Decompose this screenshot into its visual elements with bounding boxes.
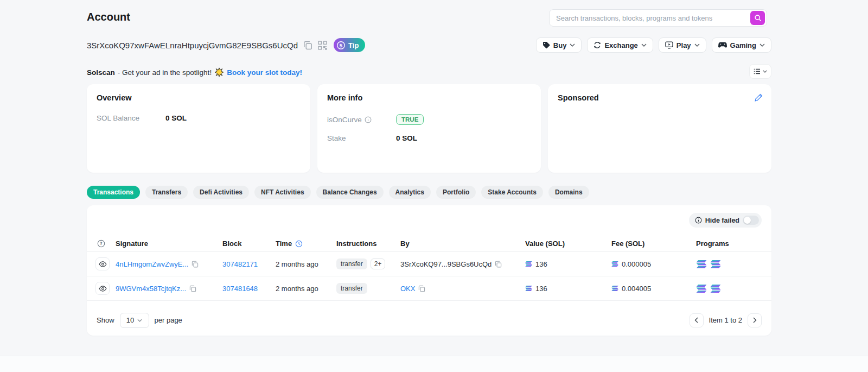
block-link[interactable]: 307481648 xyxy=(222,285,258,293)
buy-label: Buy xyxy=(553,41,567,49)
table-row: 9WGVm4x58TcjtqKz... 307481648 2 months a… xyxy=(87,276,771,301)
fee-amount: 0.000005 xyxy=(622,260,651,268)
stake-value: 0 SOL xyxy=(396,134,417,142)
preview-eye-button[interactable] xyxy=(95,282,110,295)
nav-buttons: Buy Exchange Play xyxy=(536,37,771,53)
page-title: Account xyxy=(87,11,130,23)
sponsored-title: Sponsored xyxy=(558,93,762,102)
qr-code-button[interactable] xyxy=(318,41,327,50)
copy-icon[interactable] xyxy=(192,261,199,268)
tab-nft-activities[interactable]: NFT Activities xyxy=(254,186,311,199)
ad-banner: Solscan - Get your ad in the spotlight! … xyxy=(87,67,302,77)
svg-text:?: ? xyxy=(100,241,102,246)
qr-code-icon xyxy=(318,41,327,50)
tab-transactions[interactable]: Transactions xyxy=(87,186,140,199)
solana-program-icon[interactable] xyxy=(710,260,721,268)
footer-strip xyxy=(0,356,868,372)
col-block: Block xyxy=(222,239,276,248)
solana-program-icon[interactable] xyxy=(710,285,721,293)
time-cell: 2 months ago xyxy=(276,260,336,268)
question-icon: ? xyxy=(97,239,105,248)
ad-brand: Solscan xyxy=(87,68,115,77)
col-programs: Programs xyxy=(696,239,771,248)
tab-balance-changes[interactable]: Balance Changes xyxy=(316,186,384,199)
by-address: 3SrXcoKQ97...9SBGs6UcQd xyxy=(400,260,492,268)
tab-defi-activities[interactable]: Defi Activities xyxy=(193,186,249,199)
play-label: Play xyxy=(676,41,691,49)
ad-options-button[interactable] xyxy=(749,64,771,79)
tab-domains[interactable]: Domains xyxy=(548,186,589,199)
exchange-button[interactable]: Exchange xyxy=(587,37,653,53)
col-instructions: Instructions xyxy=(336,239,400,248)
solana-program-icon[interactable] xyxy=(696,260,707,268)
hide-failed-control[interactable]: Hide failed xyxy=(689,213,762,228)
list-options-icon xyxy=(754,68,761,74)
play-monitor-icon xyxy=(665,41,673,49)
gaming-button[interactable]: Gaming xyxy=(712,37,771,53)
tab-stake-accounts[interactable]: Stake Accounts xyxy=(481,186,543,199)
solana-logo-icon xyxy=(525,286,532,291)
copy-icon[interactable] xyxy=(418,285,425,292)
copy-icon[interactable] xyxy=(189,285,196,292)
tip-button[interactable]: $ Tip xyxy=(334,38,365,52)
search-input[interactable] xyxy=(550,14,750,22)
info-icon xyxy=(695,217,702,224)
ad-cta-link[interactable]: Book your slot today! xyxy=(227,68,302,77)
by-address-link[interactable]: OKX xyxy=(400,285,415,293)
gaming-label: Gaming xyxy=(730,41,756,49)
buy-button[interactable]: Buy xyxy=(536,37,582,53)
more-info-card: More info isOnCurve TRUE Stake 0 SOL xyxy=(317,84,541,173)
tip-label: Tip xyxy=(348,41,359,49)
signature-link[interactable]: 4nLHmgomZwvZwyE... xyxy=(116,260,188,268)
chevron-down-icon xyxy=(137,319,142,322)
account-address: 3SrXcoKQ97xwFAwELnraHtpuycjGvmG82E9SBGs6… xyxy=(87,41,298,50)
dollar-circle-icon: $ xyxy=(336,41,346,50)
search-button[interactable] xyxy=(750,11,765,25)
hide-failed-toggle[interactable] xyxy=(743,216,759,225)
item-range-label: Item 1 to 2 xyxy=(709,316,742,324)
instruction-more-badge[interactable]: 2+ xyxy=(371,258,386,269)
isoncurve-badge: TRUE xyxy=(396,114,424,125)
chevron-down-icon xyxy=(694,43,700,47)
page-size-select[interactable]: 10 xyxy=(120,313,149,328)
edit-pencil-icon[interactable] xyxy=(755,93,763,103)
play-button[interactable]: Play xyxy=(659,37,706,53)
copy-address-button[interactable] xyxy=(303,41,312,50)
next-page-button[interactable] xyxy=(748,313,762,327)
copy-icon[interactable] xyxy=(495,261,502,268)
sol-balance-value: 0 SOL xyxy=(165,114,187,122)
table-row: 4nLHmgomZwvZwyE... 307482171 2 months ag… xyxy=(87,252,771,276)
solana-logo-icon xyxy=(611,261,618,267)
account-address-row: 3SrXcoKQ97xwFAwELnraHtpuycjGvmG82E9SBGs6… xyxy=(87,38,365,52)
overview-card: Overview SOL Balance 0 SOL xyxy=(87,84,310,173)
per-page-label: per page xyxy=(155,316,182,324)
chevron-down-icon xyxy=(763,70,767,73)
col-by: By xyxy=(400,239,525,248)
transactions-panel: Hide failed ? Signature Block Time Instr… xyxy=(87,205,771,336)
col-value-sol: Value (SOL) xyxy=(525,239,611,248)
page-content: Account 3SrXcoKQ97xwFAwELnraHtpuycjGvmG8… xyxy=(87,0,771,372)
tab-analytics[interactable]: Analytics xyxy=(389,186,431,199)
block-link[interactable]: 307482171 xyxy=(222,260,258,268)
preview-eye-button[interactable] xyxy=(95,257,110,270)
value-amount: 136 xyxy=(535,260,547,268)
signature-link[interactable]: 9WGVm4x58TcjtqKz... xyxy=(116,285,186,293)
col-signature: Signature xyxy=(116,239,222,248)
tab-transfers[interactable]: Transfers xyxy=(145,186,188,199)
fee-amount: 0.004005 xyxy=(622,285,651,293)
instruction-badge: transfer xyxy=(336,258,367,269)
eye-icon xyxy=(99,286,107,292)
price-tag-icon xyxy=(542,41,550,49)
col-time[interactable]: Time xyxy=(276,239,336,248)
search-icon xyxy=(754,14,762,22)
solana-logo-icon xyxy=(525,261,532,267)
exchange-arrows-icon xyxy=(593,41,601,49)
stake-label: Stake xyxy=(327,134,396,142)
solana-program-icon[interactable] xyxy=(696,285,707,293)
account-tabs: Transactions Transfers Defi Activities N… xyxy=(87,186,589,199)
eye-icon xyxy=(99,261,107,267)
prev-page-button[interactable] xyxy=(690,313,704,327)
ad-text: - Get your ad in the spotlight! xyxy=(118,68,212,77)
sponsored-card: Sponsored xyxy=(548,84,771,173)
tab-portfolio[interactable]: Portfolio xyxy=(436,186,476,199)
